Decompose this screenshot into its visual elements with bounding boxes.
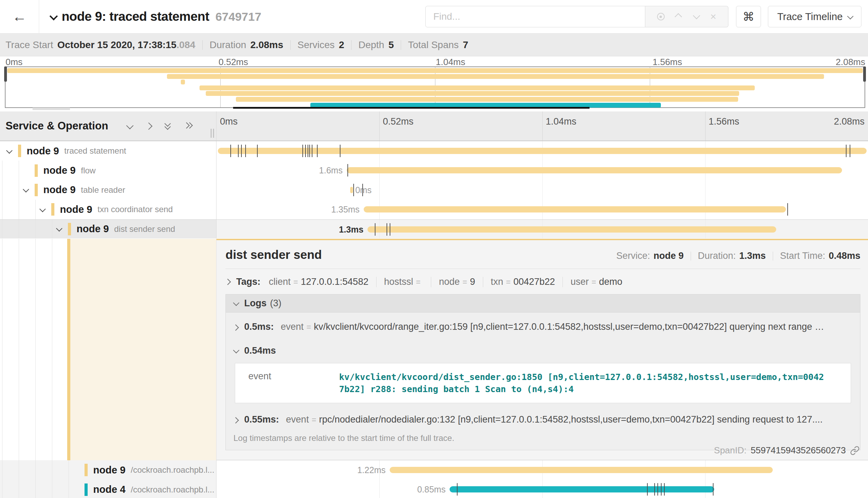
service-name: node 9 [77, 223, 109, 235]
tag-item[interactable]: client=127.0.0.1:54582 [269, 277, 369, 287]
expand-all-icon[interactable] [183, 121, 192, 130]
span-id-label: SpanID: [714, 445, 746, 456]
log-marker-tick [661, 483, 662, 496]
track-gridline [542, 180, 543, 200]
collapse-one-icon[interactable] [125, 121, 134, 130]
span-name-cell[interactable]: node 9dist sender send [0, 220, 216, 238]
app-header: ← node 9: traced statement 6749717 × ⌘ T… [0, 0, 868, 34]
tags-label: Tags: [236, 277, 260, 287]
collapse-all-icon[interactable] [163, 121, 172, 130]
clear-search-icon[interactable]: × [710, 11, 716, 22]
span-duration-label: 0ms [355, 180, 372, 200]
log-field-key: event [281, 322, 304, 332]
equals-sign: = [592, 278, 596, 287]
expand-collapse-icon[interactable] [55, 227, 62, 231]
tag-item[interactable]: user=demo [570, 277, 622, 287]
tags-row[interactable]: Tags: client=127.0.0.1:54582hostssl=node… [225, 277, 860, 287]
span-name-cell[interactable]: node 9txn coordinator send [0, 200, 216, 219]
span-name-cell[interactable]: node 9flow [0, 161, 216, 180]
meta-value: 1.3ms [739, 251, 766, 261]
ruler-tick-label: 2.08ms [834, 116, 865, 127]
span-name-cell[interactable]: node 9traced statement [0, 141, 216, 161]
log-field-key: event [248, 371, 339, 395]
find-input[interactable] [425, 6, 645, 27]
minimap-span-bar [206, 91, 739, 96]
view-selector-button[interactable]: Trace Timeline [768, 6, 861, 27]
summary-label: Services [298, 39, 335, 51]
span-duration-bar[interactable] [450, 486, 714, 492]
track-gridline [379, 480, 380, 498]
minimap-right-scrubber[interactable] [863, 66, 866, 82]
expand-one-icon[interactable] [144, 121, 153, 130]
keyboard-shortcuts-button[interactable]: ⌘ [736, 6, 761, 27]
log-row-expanded-header[interactable]: 0.54ms [226, 336, 860, 358]
span-duration-bar[interactable] [347, 167, 842, 173]
span-name-cell[interactable]: node 4/cockroach.roachpb.l... [0, 480, 216, 498]
focus-match-icon[interactable] [657, 13, 665, 20]
prev-match-icon[interactable] [676, 13, 682, 20]
chevron-right-icon [232, 417, 239, 423]
deep-link-icon[interactable] [850, 446, 860, 455]
minimap-left-scrubber[interactable] [4, 66, 7, 82]
span-duration-bar[interactable] [367, 226, 776, 233]
tag-item[interactable]: node=9 [439, 277, 475, 287]
log-field-value: kv/kvclient/kvcoord/dist_sender.go:1850 … [339, 371, 827, 395]
meta-value: node 9 [654, 251, 684, 261]
expand-collapse-icon[interactable] [5, 149, 12, 153]
summary-item: Services2 [298, 39, 344, 51]
minimap-viewport-indicator[interactable] [233, 107, 590, 109]
minimap-span-bar [236, 97, 738, 102]
trace-title-row[interactable]: node 9: traced statement 6749717 [50, 9, 425, 24]
span-track: 1.6ms [216, 161, 868, 180]
span-duration-bar[interactable] [350, 187, 353, 193]
column-resize-handle[interactable] [211, 129, 214, 138]
collapse-trace-icon[interactable] [50, 14, 56, 20]
summary-value: 2.08ms [250, 39, 283, 51]
tree-guide [2, 220, 2, 238]
log-marker-tick [390, 223, 390, 236]
separator [202, 40, 203, 50]
span-name-cell[interactable]: node 9/cockroach.roachpb.l... [0, 460, 216, 480]
tag-item[interactable]: hostssl= [384, 277, 423, 287]
log-timestamp: 0.54ms [244, 345, 276, 356]
log-marker-tick [257, 145, 258, 157]
logs-body: 0.5ms:event=kv/kvclient/kvcoord/range_it… [226, 313, 860, 428]
minimap-axis: 0ms0.52ms1.04ms1.56ms2.08ms [0, 56, 868, 66]
log-marker-tick [375, 223, 375, 236]
expand-collapse-icon[interactable] [38, 207, 46, 212]
trace-minimap[interactable] [5, 66, 865, 108]
log-field-value: rpc/nodedialer/nodedialer.go:132 [n9,cli… [319, 414, 853, 425]
find-group: × [425, 6, 728, 27]
span-duration-label: 1.6ms [319, 161, 343, 180]
service-operation-title: Service & Operation [6, 120, 108, 132]
span-name-cell[interactable]: node 9table reader [0, 180, 216, 200]
view-selector-label: Trace Timeline [777, 11, 843, 22]
span-duration-label: 0.85ms [417, 480, 445, 498]
summary-value: 5 [388, 39, 394, 51]
next-match-icon[interactable] [693, 13, 699, 20]
summary-label: Duration [210, 39, 246, 51]
log-row[interactable]: 0.5ms:event=kv/kvclient/kvcoord/range_it… [226, 313, 860, 336]
span-duration-bar[interactable] [364, 206, 786, 212]
log-timestamp: 0.5ms: [244, 322, 274, 332]
track-gridline [379, 180, 380, 200]
tree-guide [2, 180, 2, 200]
back-button[interactable]: ← [12, 9, 27, 24]
log-marker-tick [657, 483, 658, 496]
header-controls: × ⌘ Trace Timeline [425, 6, 861, 27]
chevron-right-icon [224, 279, 231, 285]
tag-item[interactable]: txn=00427b22 [491, 277, 555, 287]
chevron-down-icon [23, 186, 29, 192]
span-name-content: node 4/cockroach.roachpb.l... [71, 483, 214, 496]
log-row[interactable]: 0.55ms:event=rpc/nodedialer/nodedialer.g… [226, 405, 860, 428]
span-duration-bar[interactable] [218, 148, 867, 154]
expand-collapse-icon[interactable] [21, 188, 29, 192]
logs-header[interactable]: Logs (3) [226, 295, 860, 313]
log-marker-tick [787, 203, 788, 216]
tree-guide [35, 220, 36, 238]
span-row: node 9flow1.6ms [0, 161, 868, 180]
span-rows: node 9traced statementnode 9flow1.6msnod… [0, 141, 868, 238]
service-color-chip [35, 164, 38, 177]
span-duration-bar[interactable] [390, 467, 773, 473]
span-row: node 9txn coordinator send1.35ms [0, 200, 868, 219]
